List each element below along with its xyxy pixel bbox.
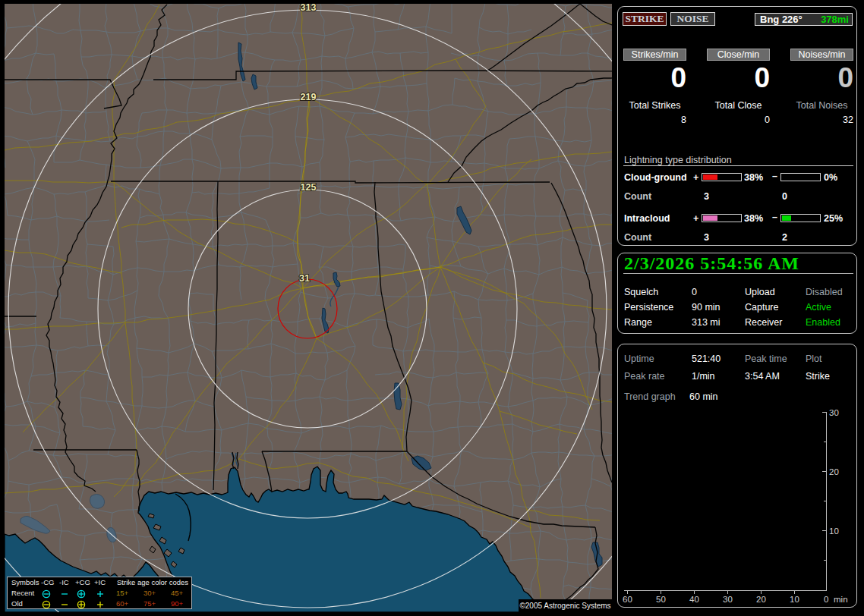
svg-text:313: 313 xyxy=(301,4,317,13)
svg-text:20: 20 xyxy=(829,467,839,476)
svg-text:min: min xyxy=(834,595,848,604)
svg-text:20: 20 xyxy=(756,595,766,604)
svg-text:219: 219 xyxy=(301,92,317,102)
svg-text:50: 50 xyxy=(656,595,666,604)
svg-text:30: 30 xyxy=(829,408,839,417)
svg-text:125: 125 xyxy=(301,182,317,193)
svg-text:30: 30 xyxy=(723,595,733,604)
svg-text:10: 10 xyxy=(790,595,799,604)
svg-text:31: 31 xyxy=(299,273,310,284)
svg-text:10: 10 xyxy=(829,526,839,536)
svg-text:60: 60 xyxy=(623,595,632,604)
svg-text:40: 40 xyxy=(689,595,699,604)
svg-text:0: 0 xyxy=(824,595,828,604)
